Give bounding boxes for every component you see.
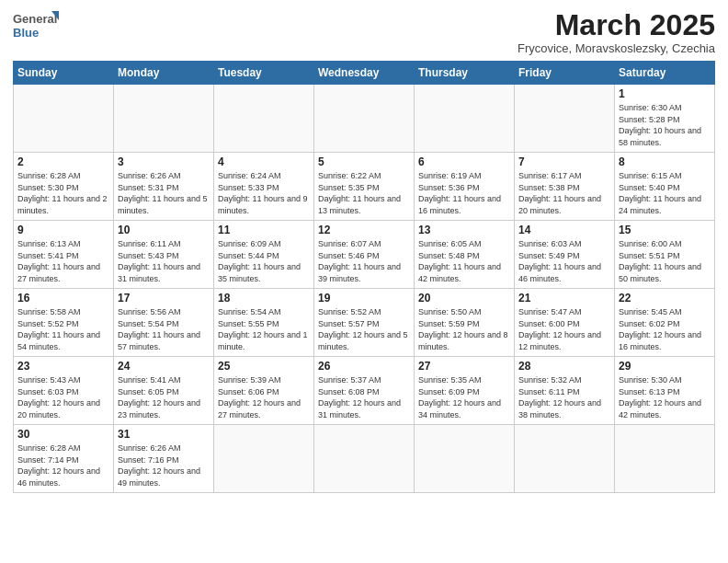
calendar-cell (14, 85, 114, 153)
day-info: Sunrise: 6:03 AM Sunset: 5:49 PM Dayligh… (518, 238, 610, 284)
day-number: 12 (318, 224, 410, 236)
weekday-header-friday: Friday (515, 62, 615, 85)
day-number: 3 (118, 155, 210, 168)
calendar-cell: 2Sunrise: 6:28 AM Sunset: 5:30 PM Daylig… (14, 153, 114, 221)
day-info: Sunrise: 5:32 AM Sunset: 6:11 PM Dayligh… (518, 374, 610, 420)
calendar-cell: 22Sunrise: 5:45 AM Sunset: 6:02 PM Dayli… (615, 289, 715, 357)
day-number: 5 (318, 155, 410, 168)
calendar-cell: 8Sunrise: 6:15 AM Sunset: 5:40 PM Daylig… (615, 153, 715, 221)
day-info: Sunrise: 5:47 AM Sunset: 6:00 PM Dayligh… (518, 306, 610, 352)
day-number: 26 (318, 360, 410, 373)
page: General Blue March 2025 Frycovice, Morav… (0, 0, 728, 563)
day-number: 25 (218, 360, 310, 373)
weekday-header-monday: Monday (114, 62, 214, 85)
calendar-cell: 5Sunrise: 6:22 AM Sunset: 5:35 PM Daylig… (314, 153, 415, 221)
day-info: Sunrise: 6:26 AM Sunset: 7:16 PM Dayligh… (118, 442, 210, 488)
day-number: 17 (118, 292, 210, 304)
calendar-cell: 31Sunrise: 6:26 AM Sunset: 7:16 PM Dayli… (114, 425, 214, 493)
calendar-cell: 13Sunrise: 6:05 AM Sunset: 5:48 PM Dayli… (415, 221, 515, 289)
calendar-cell (515, 85, 615, 153)
day-info: Sunrise: 6:15 AM Sunset: 5:40 PM Dayligh… (619, 170, 711, 216)
svg-text:General: General (13, 12, 57, 26)
calendar-cell: 20Sunrise: 5:50 AM Sunset: 5:59 PM Dayli… (415, 289, 515, 357)
calendar: SundayMondayTuesdayWednesdayThursdayFrid… (13, 61, 715, 493)
svg-text:Blue: Blue (13, 26, 39, 40)
day-info: Sunrise: 5:50 AM Sunset: 5:59 PM Dayligh… (418, 306, 510, 352)
calendar-cell: 15Sunrise: 6:00 AM Sunset: 5:51 PM Dayli… (615, 221, 715, 289)
header: General Blue March 2025 Frycovice, Morav… (13, 9, 715, 55)
day-info: Sunrise: 5:54 AM Sunset: 5:55 PM Dayligh… (218, 306, 310, 352)
calendar-cell: 12Sunrise: 6:07 AM Sunset: 5:46 PM Dayli… (314, 221, 415, 289)
weekday-header-tuesday: Tuesday (214, 62, 314, 85)
day-number: 1 (619, 87, 711, 100)
calendar-cell: 21Sunrise: 5:47 AM Sunset: 6:00 PM Dayli… (515, 289, 615, 357)
day-number: 9 (17, 224, 109, 236)
logo: General Blue (13, 9, 59, 44)
calendar-cell: 14Sunrise: 6:03 AM Sunset: 5:49 PM Dayli… (515, 221, 615, 289)
day-info: Sunrise: 6:11 AM Sunset: 5:43 PM Dayligh… (118, 238, 210, 284)
weekday-header-row: SundayMondayTuesdayWednesdayThursdayFrid… (14, 62, 715, 85)
day-info: Sunrise: 5:45 AM Sunset: 6:02 PM Dayligh… (619, 306, 711, 352)
day-info: Sunrise: 5:52 AM Sunset: 5:57 PM Dayligh… (318, 306, 410, 352)
day-info: Sunrise: 6:28 AM Sunset: 7:14 PM Dayligh… (17, 442, 109, 488)
day-number: 6 (418, 155, 510, 168)
day-info: Sunrise: 5:37 AM Sunset: 6:08 PM Dayligh… (318, 374, 410, 420)
calendar-cell (114, 85, 214, 153)
day-info: Sunrise: 6:26 AM Sunset: 5:31 PM Dayligh… (118, 170, 210, 216)
calendar-week-3: 9Sunrise: 6:13 AM Sunset: 5:41 PM Daylig… (14, 221, 715, 289)
day-info: Sunrise: 5:39 AM Sunset: 6:06 PM Dayligh… (218, 374, 310, 420)
calendar-cell: 4Sunrise: 6:24 AM Sunset: 5:33 PM Daylig… (214, 153, 314, 221)
calendar-cell: 19Sunrise: 5:52 AM Sunset: 5:57 PM Dayli… (314, 289, 415, 357)
day-info: Sunrise: 6:17 AM Sunset: 5:38 PM Dayligh… (518, 170, 610, 216)
calendar-cell: 30Sunrise: 6:28 AM Sunset: 7:14 PM Dayli… (14, 425, 114, 493)
day-number: 11 (218, 224, 310, 236)
day-number: 18 (218, 292, 310, 304)
day-number: 30 (17, 428, 109, 441)
day-info: Sunrise: 6:24 AM Sunset: 5:33 PM Dayligh… (218, 170, 310, 216)
day-number: 31 (118, 428, 210, 441)
day-info: Sunrise: 6:30 AM Sunset: 5:28 PM Dayligh… (619, 102, 711, 148)
calendar-cell: 3Sunrise: 6:26 AM Sunset: 5:31 PM Daylig… (114, 153, 214, 221)
calendar-cell: 7Sunrise: 6:17 AM Sunset: 5:38 PM Daylig… (515, 153, 615, 221)
day-number: 15 (619, 224, 711, 236)
calendar-cell (515, 425, 615, 493)
day-number: 8 (619, 155, 711, 168)
day-info: Sunrise: 5:30 AM Sunset: 6:13 PM Dayligh… (619, 374, 711, 420)
day-number: 28 (518, 360, 610, 373)
calendar-cell: 28Sunrise: 5:32 AM Sunset: 6:11 PM Dayli… (515, 357, 615, 425)
weekday-header-saturday: Saturday (615, 62, 715, 85)
calendar-cell: 10Sunrise: 6:11 AM Sunset: 5:43 PM Dayli… (114, 221, 214, 289)
calendar-cell (314, 425, 415, 493)
calendar-cell: 25Sunrise: 5:39 AM Sunset: 6:06 PM Dayli… (214, 357, 314, 425)
day-number: 23 (17, 360, 109, 373)
calendar-cell: 17Sunrise: 5:56 AM Sunset: 5:54 PM Dayli… (114, 289, 214, 357)
calendar-cell: 1Sunrise: 6:30 AM Sunset: 5:28 PM Daylig… (615, 85, 715, 153)
day-info: Sunrise: 6:22 AM Sunset: 5:35 PM Dayligh… (318, 170, 410, 216)
calendar-cell: 23Sunrise: 5:43 AM Sunset: 6:03 PM Dayli… (14, 357, 114, 425)
day-number: 24 (118, 360, 210, 373)
day-number: 29 (619, 360, 711, 373)
calendar-cell: 27Sunrise: 5:35 AM Sunset: 6:09 PM Dayli… (415, 357, 515, 425)
calendar-cell (415, 425, 515, 493)
calendar-week-5: 23Sunrise: 5:43 AM Sunset: 6:03 PM Dayli… (14, 357, 715, 425)
calendar-week-6: 30Sunrise: 6:28 AM Sunset: 7:14 PM Dayli… (14, 425, 715, 493)
calendar-cell (415, 85, 515, 153)
day-number: 21 (518, 292, 610, 304)
calendar-week-2: 2Sunrise: 6:28 AM Sunset: 5:30 PM Daylig… (14, 153, 715, 221)
day-number: 22 (619, 292, 711, 304)
day-number: 7 (518, 155, 610, 168)
day-number: 20 (418, 292, 510, 304)
calendar-cell: 9Sunrise: 6:13 AM Sunset: 5:41 PM Daylig… (14, 221, 114, 289)
calendar-cell (615, 425, 715, 493)
title-block: March 2025 Frycovice, Moravskoslezsky, C… (518, 9, 715, 55)
month-year: March 2025 (518, 9, 715, 41)
day-info: Sunrise: 5:58 AM Sunset: 5:52 PM Dayligh… (17, 306, 109, 352)
day-info: Sunrise: 5:56 AM Sunset: 5:54 PM Dayligh… (118, 306, 210, 352)
day-info: Sunrise: 6:00 AM Sunset: 5:51 PM Dayligh… (619, 238, 711, 284)
calendar-cell: 29Sunrise: 5:30 AM Sunset: 6:13 PM Dayli… (615, 357, 715, 425)
weekday-header-thursday: Thursday (415, 62, 515, 85)
day-info: Sunrise: 6:28 AM Sunset: 5:30 PM Dayligh… (17, 170, 109, 216)
calendar-cell: 26Sunrise: 5:37 AM Sunset: 6:08 PM Dayli… (314, 357, 415, 425)
weekday-header-sunday: Sunday (14, 62, 114, 85)
weekday-header-wednesday: Wednesday (314, 62, 415, 85)
